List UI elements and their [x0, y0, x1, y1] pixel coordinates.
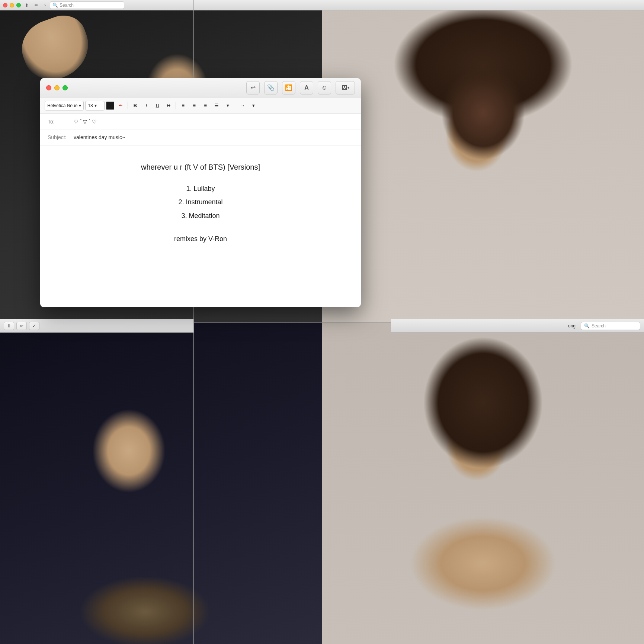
edit-btn-bl[interactable]: ✏ [16, 322, 27, 330]
song-label: ong [568, 323, 576, 329]
check-btn-bl[interactable]: ✓ [29, 322, 39, 330]
indent-chevron-icon: ▾ [252, 103, 255, 108]
list-button[interactable]: ☰ [212, 101, 221, 110]
track-item-3: 3. Meditation [63, 210, 339, 222]
email-formatting-toolbar: Helvetica Neue ▾ 18 ▾ ✒ B I U S ≡ ≡ [40, 97, 361, 114]
camera-button[interactable]: 🎦 [282, 81, 295, 94]
subject-label: Subject: [48, 134, 74, 140]
indent-button[interactable]: → [237, 101, 247, 110]
underline-button[interactable]: U [153, 101, 162, 110]
video-panel-br [322, 322, 644, 644]
photo-button[interactable]: 🖼 ▾ [336, 81, 355, 94]
font-family-chevron: ▾ [79, 103, 81, 108]
camera-icon: 🎦 [285, 84, 292, 91]
align-right-icon: ≡ [204, 103, 207, 108]
video-panel-bl [0, 322, 322, 644]
person-br [322, 322, 644, 644]
toolbar-separator-3 [235, 102, 235, 109]
font-size-select[interactable]: 18 ▾ [85, 101, 105, 110]
bold-button[interactable]: B [130, 101, 140, 110]
eraser-icon: ✒ [119, 103, 123, 108]
photo-icon: 🖼 [342, 84, 347, 91]
maximize-button[interactable] [63, 85, 68, 90]
search-icon-br: 🔍 [584, 323, 590, 329]
indent-icon: → [240, 103, 245, 108]
edit-icon-tl[interactable]: ✏ [33, 2, 40, 9]
top-bar-right [193, 0, 644, 10]
email-titlebar: ↩ 📎 🎦 A ☺ 🖼 ▾ [40, 78, 361, 97]
share-btn-bl[interactable]: ⬆ [4, 322, 14, 330]
minimize-button[interactable] [54, 85, 60, 90]
track-item-1: 1. Lullaby [63, 183, 339, 195]
dot-green-tl[interactable] [16, 3, 21, 7]
font-icon: A [304, 84, 309, 91]
email-fields: To: ♡ ˆ ▽ ˆ ♡ Subject: valentines day mu… [40, 114, 361, 145]
subject-field-row: Subject: valentines day music~ [40, 129, 361, 145]
email-body-title: wherever u r (ft V of BTS) [Versions] [63, 160, 339, 174]
font-family-select[interactable]: Helvetica Neue ▾ [45, 101, 84, 110]
dot-yellow-tl[interactable] [10, 3, 14, 7]
attach-icon: 📎 [267, 84, 275, 91]
email-body[interactable]: wherever u r (ft V of BTS) [Versions] 1.… [40, 145, 361, 307]
toolbar-separator-1 [128, 102, 128, 109]
track-item-2: 2. Instrumental [63, 196, 339, 208]
reply-icon: ↩ [251, 84, 256, 91]
italic-button[interactable]: I [141, 101, 151, 110]
font-size-chevron: ▾ [94, 103, 97, 108]
search-icon-tl: 🔍 [52, 3, 58, 8]
search-placeholder-br: Search [592, 323, 606, 329]
search-placeholder-tl: Search [60, 3, 74, 8]
strikethrough-icon: S [167, 103, 170, 108]
search-input-br[interactable]: 🔍 Search [581, 322, 640, 330]
align-right-button[interactable]: ≡ [201, 101, 210, 110]
email-track-list: 1. Lullaby 2. Instrumental 3. Meditation [63, 183, 339, 222]
toolbar-separator-2 [176, 102, 176, 109]
underline-icon: U [156, 103, 159, 108]
photo-chevron: ▾ [347, 86, 349, 90]
reply-button[interactable]: ↩ [246, 81, 260, 94]
font-button[interactable]: A [300, 81, 313, 94]
indent-chevron[interactable]: ▾ [249, 101, 258, 110]
video-panel-tr [322, 0, 644, 322]
align-left-icon: ≡ [182, 103, 185, 108]
bottom-bar-right: ong 🔍 Search [391, 319, 644, 333]
close-button[interactable] [46, 85, 51, 90]
top-bar-left: ⬆ ✏ › 🔍 Search [0, 0, 193, 10]
share-icon-tl[interactable]: ⬆ [23, 2, 31, 9]
italic-icon: I [146, 103, 147, 108]
bottom-bar-left: ⬆ ✏ ✓ [0, 319, 193, 333]
align-center-icon: ≡ [193, 103, 196, 108]
emoji-icon: ☺ [321, 84, 327, 91]
align-left-button[interactable]: ≡ [178, 101, 188, 110]
to-recipients[interactable]: ♡ ˆ ▽ ˆ ♡ [74, 119, 97, 125]
bold-icon: B [134, 103, 137, 108]
email-compose-window: ↩ 📎 🎦 A ☺ 🖼 ▾ Helvetica Neue ▾ 18 ▾ [40, 78, 361, 307]
to-label: To: [48, 119, 74, 125]
chevron-icon-tl[interactable]: › [42, 2, 48, 9]
strikethrough-button[interactable]: S [164, 101, 173, 110]
eraser-button[interactable]: ✒ [116, 101, 125, 110]
to-field-row: To: ♡ ˆ ▽ ˆ ♡ [40, 114, 361, 129]
attach-button[interactable]: 📎 [264, 81, 278, 94]
subject-value[interactable]: valentines day music~ [74, 134, 125, 140]
font-family-value: Helvetica Neue [47, 103, 77, 108]
list-chevron-icon: ▾ [227, 103, 229, 108]
font-size-value: 18 [88, 103, 93, 108]
align-center-button[interactable]: ≡ [189, 101, 199, 110]
person-tr [322, 0, 644, 322]
list-chevron[interactable]: ▾ [223, 101, 233, 110]
email-remix-credit: remixes by V-Ron [63, 233, 339, 245]
list-icon: ☰ [214, 103, 219, 108]
person-bl [0, 322, 322, 644]
emoji-button[interactable]: ☺ [318, 81, 331, 94]
search-bar-tl[interactable]: 🔍 Search [50, 1, 124, 9]
dot-red-tl[interactable] [3, 3, 7, 7]
text-color-picker[interactable] [106, 102, 114, 110]
